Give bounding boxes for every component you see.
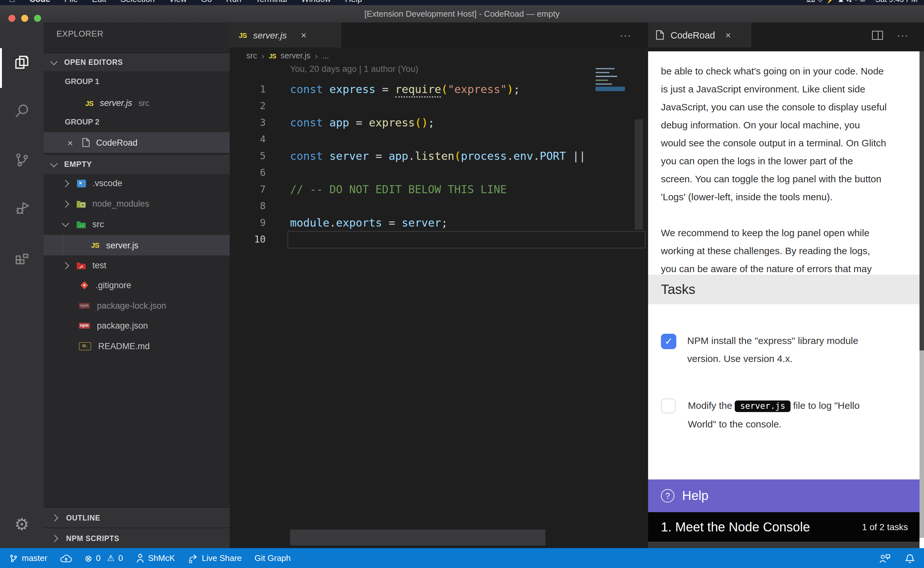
tree-item-test[interactable]: test xyxy=(44,255,230,275)
webview-scrollbar-thumb[interactable] xyxy=(919,51,924,350)
code-line-10[interactable]: 10 xyxy=(230,231,648,248)
more-actions-icon[interactable]: ··· xyxy=(897,30,909,41)
svg-text:‹›: ‹› xyxy=(79,223,84,228)
code-line-5[interactable]: 5const server = app.listen(process.env.P… xyxy=(230,148,648,164)
live-share-button[interactable]: Live Share xyxy=(188,553,241,563)
task-item-2: Modify the server.js file to log "Hello … xyxy=(661,399,859,433)
run-debug-icon xyxy=(13,199,30,217)
tab-coderoad[interactable]: CodeRoad × xyxy=(648,23,751,47)
tasks-heading: Tasks xyxy=(661,282,695,297)
tree-item-vscode[interactable]: × .vscode xyxy=(44,173,230,193)
code-line-2[interactable]: 2 xyxy=(230,98,648,114)
vscode-window: CodeFileEditSelectionViewGoRunTerminalW… xyxy=(0,0,924,568)
menu-item-window[interactable]: Window xyxy=(301,0,331,5)
code-line-9[interactable]: 9module.exports = server; xyxy=(230,215,648,231)
outline-section-header[interactable]: OUTLINE xyxy=(44,507,230,528)
settings-gear-icon[interactable]: ⚙ xyxy=(0,515,44,534)
source-control-activity-button[interactable] xyxy=(0,139,44,181)
apple-menu[interactable]:  xyxy=(9,0,15,5)
tree-item-src[interactable]: ‹› src xyxy=(44,215,230,234)
tree-item-package-lock[interactable]: npm package-lock.json xyxy=(44,296,230,316)
open-editor-coderoad[interactable]: × CodeRoad xyxy=(44,132,230,153)
extensions-activity-button[interactable] xyxy=(0,236,44,278)
lesson-footer-bar[interactable]: 1. Meet the Node Console 1 of 2 tasks xyxy=(648,512,919,542)
code-line-4[interactable]: 4 xyxy=(230,131,648,148)
explorer-activity-button[interactable] xyxy=(0,41,44,83)
breadcrumb-src[interactable]: src xyxy=(246,51,257,60)
editor-actions: ··· xyxy=(620,23,632,47)
code-line-7[interactable]: 7// -- DO NOT EDIT BELOW THIS LINE xyxy=(230,181,648,198)
code-line-1[interactable]: 1const express = require("express"); xyxy=(230,81,648,98)
lesson-title: 1. Meet the Node Console xyxy=(661,520,810,534)
menu-item-terminal[interactable]: Terminal xyxy=(256,0,287,5)
tab-server-js[interactable]: JS server.js × xyxy=(230,23,341,47)
window-title-bar[interactable]: [Extension Development Host] - CodeRoad … xyxy=(0,5,924,23)
close-icon[interactable]: × xyxy=(301,30,307,40)
tree-item-package-json[interactable]: npm package.json xyxy=(44,316,230,336)
menu-item-help[interactable]: Help xyxy=(345,0,362,5)
breadcrumb-symbol[interactable]: ... xyxy=(322,51,329,60)
menu-item-file[interactable]: File xyxy=(65,0,78,5)
bell-icon[interactable] xyxy=(905,553,915,563)
code-editor[interactable]: You, 20 days ago | 1 author (You) 1const… xyxy=(230,64,648,548)
open-editors-section-header[interactable]: OPEN EDITORS xyxy=(44,53,230,71)
code-line-8[interactable]: 8 xyxy=(230,198,648,215)
menu-item-run[interactable]: Run xyxy=(226,0,241,5)
close-icon[interactable]: × xyxy=(67,137,73,147)
line-number: 7 xyxy=(230,181,266,198)
help-bar[interactable]: ? Help xyxy=(648,479,919,512)
editor-vertical-scrollbar[interactable] xyxy=(635,119,643,230)
coderoad-webview: be able to check what's going on in your… xyxy=(648,47,924,548)
js-icon: JS xyxy=(85,99,93,107)
close-icon[interactable]: × xyxy=(725,30,731,40)
problems-status[interactable]: ⊗ 0 ⚠ 0 xyxy=(84,553,123,563)
minimap[interactable] xyxy=(595,67,626,103)
editor-horizontal-scrollbar[interactable] xyxy=(290,529,546,545)
explorer-sidebar: EXPLORER OPEN EDITORS GROUP 1 JS server.… xyxy=(44,23,230,548)
search-activity-button[interactable] xyxy=(0,90,44,132)
code-line-3[interactable]: 3const app = express(); xyxy=(230,114,648,131)
tree-item-node-modules[interactable]: node_modules xyxy=(44,194,230,214)
task-progress-badge: 1 of 2 tasks xyxy=(862,522,908,532)
gitlens-blame-annotation: You, 20 days ago | 1 author (You) xyxy=(290,64,418,74)
menu-item-go[interactable]: Go xyxy=(201,0,212,5)
tree-item-server-js[interactable]: JS server.js xyxy=(44,235,230,255)
code-line-6[interactable]: 6 xyxy=(230,164,648,181)
tree-item-gitignore[interactable]: .gitignore xyxy=(44,275,230,295)
tab-title: server.js xyxy=(253,30,287,40)
git-branch-status[interactable]: master xyxy=(9,553,47,563)
open-editor-path: src xyxy=(139,98,149,107)
question-circle-icon: ? xyxy=(661,489,674,503)
task-2-text: Modify the server.js file to log "Hello … xyxy=(688,397,859,433)
empty-folder-section-header[interactable]: EMPTY xyxy=(44,154,230,174)
menu-item-selection[interactable]: Selection xyxy=(120,0,155,5)
sync-status[interactable] xyxy=(60,554,72,562)
menu-items: CodeFileEditSelectionViewGoRunTerminalW… xyxy=(9,0,924,5)
run-debug-activity-button[interactable] xyxy=(0,187,44,229)
line-number: 1 xyxy=(230,81,266,98)
open-editor-server-js[interactable]: JS server.js src xyxy=(44,93,230,113)
task-1-text: NPM install the "express" library module… xyxy=(687,332,858,368)
menu-item-code[interactable]: Code xyxy=(30,0,50,5)
more-actions-icon[interactable]: ··· xyxy=(620,30,632,41)
status-bar: master ⊗ 0 ⚠ 0 ShMcK Live Share xyxy=(0,548,924,568)
lesson-paragraph-1: be able to check what's going on in your… xyxy=(661,62,912,206)
tree-item-label: node_modules xyxy=(92,199,149,208)
checkbox-checked[interactable]: ✓ xyxy=(661,334,676,349)
feedback-icon[interactable] xyxy=(879,553,891,563)
checkbox-unchecked[interactable] xyxy=(661,399,676,413)
line-number: 3 xyxy=(230,114,266,131)
menu-item-view[interactable]: View xyxy=(169,0,187,5)
test-folder-icon xyxy=(76,261,86,269)
activity-bar: ⚙ xyxy=(0,23,44,548)
git-graph-button[interactable]: Git Graph xyxy=(255,553,291,563)
help-label: Help xyxy=(682,488,708,503)
split-editor-icon[interactable] xyxy=(872,30,883,39)
menu-item-edit[interactable]: Edit xyxy=(92,0,106,5)
npm-scripts-section-header[interactable]: NPM SCRIPTS xyxy=(44,527,230,548)
live-share-account[interactable]: ShMcK xyxy=(136,553,175,563)
breadcrumb-server-js[interactable]: server.js xyxy=(281,51,311,60)
warning-count: 0 xyxy=(118,553,123,563)
breadcrumb[interactable]: src › JS server.js › ... xyxy=(230,47,648,64)
tree-item-readme[interactable]: M↓ README.md xyxy=(44,336,230,356)
